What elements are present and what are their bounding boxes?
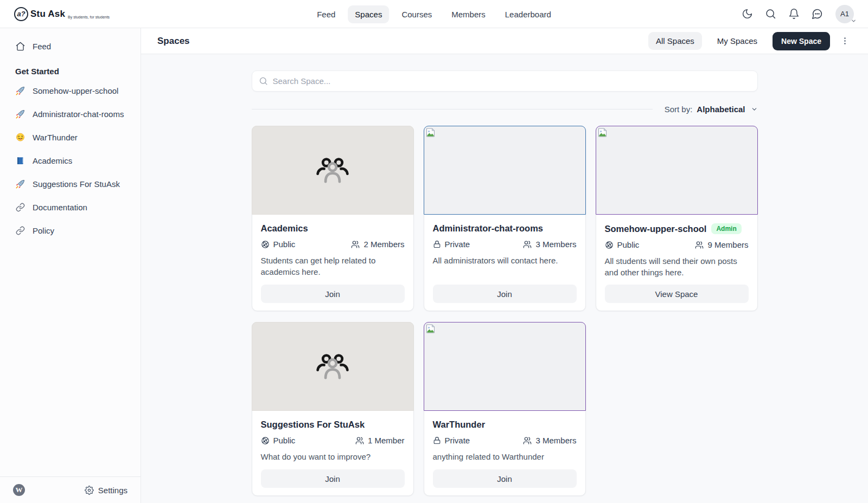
rocket-icon [15, 86, 25, 96]
wordpress-icon[interactable]: W [13, 484, 25, 496]
nav-courses[interactable]: Courses [394, 5, 439, 23]
sort-dropdown[interactable]: Alphabetical [697, 105, 757, 114]
sidebar-item-policy[interactable]: Policy [9, 220, 132, 241]
sidebar-item-documentation[interactable]: Documentation [9, 197, 132, 218]
visibility-label: Public [617, 240, 640, 249]
visibility-meta: Public [605, 240, 640, 249]
space-banner-image [596, 126, 758, 215]
broken-image-icon [598, 128, 607, 137]
members-meta: 2 Members [351, 240, 404, 249]
visibility-label: Public [273, 436, 296, 445]
nav-members[interactable]: Members [444, 5, 493, 23]
sidebar-section-title: Get Started [0, 58, 141, 79]
subheader-actions: All Spaces My Spaces New Space [648, 32, 852, 50]
sidebar-item-label: Suggestions For StuAsk [33, 179, 120, 189]
space-card-warthunder: WarThunder Private 3 Members [424, 322, 586, 496]
globe-icon [261, 240, 270, 249]
sidebar-item-label: Policy [33, 226, 54, 235]
notifications-bell-icon[interactable] [788, 8, 800, 20]
members-meta: 9 Members [695, 240, 748, 249]
space-card-administrator-chat-rooms: Administrator-chat-rooms Private 3 Membe… [424, 126, 586, 311]
dark-mode-moon-icon[interactable] [741, 8, 753, 20]
page-title: Spaces [157, 36, 190, 47]
space-title: Academics [261, 223, 308, 234]
sidebar-item-suggestions-for-stuask[interactable]: Suggestions For StuAsk [9, 173, 132, 195]
chevron-down-icon [851, 18, 857, 24]
broken-image-icon [426, 128, 435, 137]
sidebar-item-label: Administrator-chat-rooms [33, 109, 124, 119]
space-description: anything related to Warthunder [433, 452, 577, 463]
space-description: Students can get help related to academi… [261, 255, 405, 278]
space-banner-image [424, 126, 586, 215]
sidebar-item-label: Somehow-upper-school [33, 86, 118, 95]
join-button[interactable]: Join [261, 469, 405, 488]
sidebar-item-feed[interactable]: Feed [9, 36, 132, 57]
visibility-meta: Private [433, 436, 470, 445]
admin-badge: Admin [711, 223, 741, 234]
sort-value-text: Alphabetical [697, 105, 745, 114]
space-banner-placeholder [252, 322, 414, 411]
space-card-academics: Academics Public 2 Members [252, 126, 414, 311]
broken-image-icon [426, 324, 435, 333]
brand-tagline: By students, for students [68, 15, 110, 19]
space-description: All students will send their own posts a… [605, 256, 749, 278]
rocket-icon [15, 179, 25, 189]
join-button[interactable]: Join [261, 285, 405, 303]
user-avatar[interactable]: A1 [835, 5, 854, 23]
members-label: 3 Members [535, 436, 576, 445]
members-label: 9 Members [707, 240, 748, 249]
spaces-content: Sort by: Alphabetical [141, 54, 868, 503]
messages-chat-icon[interactable] [811, 8, 823, 20]
space-card-suggestions-for-stuask: Suggestions For StuAsk Public 1 Member [252, 322, 414, 496]
top-nav: Feed Spaces Courses Members Leaderboard [310, 0, 558, 28]
brand-name: Stu Ask [30, 9, 65, 20]
visibility-label: Private [445, 240, 470, 249]
visibility-label: Private [445, 436, 470, 445]
group-placeholder-icon [316, 352, 349, 381]
sidebar-item-administrator-chat-rooms[interactable]: Administrator-chat-rooms [9, 104, 132, 125]
new-space-button[interactable]: New Space [773, 32, 830, 50]
members-label: 3 Members [535, 240, 576, 249]
search-space-input[interactable] [252, 70, 758, 92]
view-space-button[interactable]: View Space [605, 285, 749, 303]
settings-label: Settings [98, 486, 127, 495]
globe-icon [261, 436, 270, 445]
members-meta: 3 Members [523, 240, 576, 249]
join-button[interactable]: Join [433, 469, 577, 488]
tab-all-spaces[interactable]: All Spaces [648, 32, 702, 50]
space-title: WarThunder [433, 420, 486, 430]
sort-by-label: Sort by: [665, 105, 693, 114]
sidebar-item-somehow-upper-school[interactable]: Somehow-upper-school [9, 80, 132, 101]
gear-icon [85, 486, 94, 495]
nav-feed[interactable]: Feed [310, 5, 342, 23]
home-icon [15, 41, 25, 51]
brand-logo[interactable]: a? Stu Ask By students, for students [14, 7, 110, 21]
nav-spaces[interactable]: Spaces [348, 5, 389, 23]
tab-my-spaces[interactable]: My Spaces [710, 32, 765, 50]
lock-icon [433, 240, 441, 248]
sidebar-item-label: Feed [33, 42, 51, 51]
space-title: Suggestions For StuAsk [261, 420, 365, 430]
link-icon [15, 202, 25, 212]
spaces-subheader: Spaces All Spaces My Spaces New Space [141, 28, 868, 54]
search-icon[interactable] [764, 8, 776, 20]
group-placeholder-icon [316, 156, 349, 184]
visibility-meta: Public [261, 240, 296, 249]
spaces-grid: Academics Public 2 Members [252, 126, 758, 496]
members-label: 1 Member [368, 436, 405, 445]
nav-leaderboard[interactable]: Leaderboard [498, 5, 558, 23]
sidebar-item-warthunder[interactable]: WarThunder [9, 127, 132, 148]
sidebar-item-academics[interactable]: Academics [9, 150, 132, 171]
space-card-somehow-upper-school: Somehow-upper-school Admin Public [596, 126, 758, 311]
kebab-menu-icon[interactable] [838, 34, 852, 48]
members-icon [695, 241, 704, 249]
settings-button[interactable]: Settings [85, 486, 127, 495]
members-meta: 3 Members [523, 436, 576, 445]
sidebar-item-label: WarThunder [33, 133, 78, 142]
join-button[interactable]: Join [433, 285, 577, 303]
space-description: What do you want to improve? [261, 452, 405, 463]
sort-row: Sort by: Alphabetical [252, 105, 758, 114]
space-title: Somehow-upper-school [605, 224, 707, 234]
sidebar-item-label: Documentation [33, 203, 87, 212]
members-icon [351, 240, 360, 249]
